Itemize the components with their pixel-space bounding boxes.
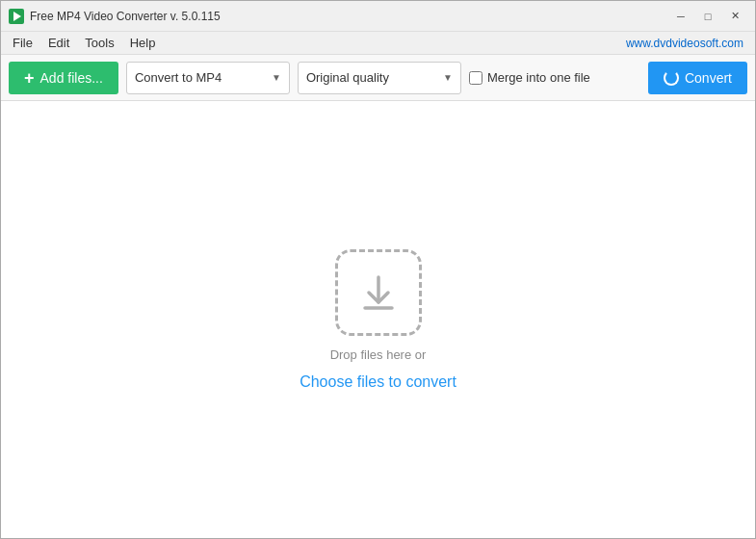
plus-icon: + xyxy=(24,69,35,87)
quality-dropdown-arrow: ▼ xyxy=(443,72,453,83)
format-dropdown[interactable]: Convert to MP4 ▼ xyxy=(126,62,290,94)
merge-checkbox[interactable] xyxy=(469,71,482,85)
minimize-button[interactable]: ─ xyxy=(668,7,693,26)
convert-label: Convert xyxy=(685,70,732,86)
maximize-button[interactable]: □ xyxy=(695,7,720,26)
merge-section: Merge into one file xyxy=(469,70,590,85)
titlebar: Free MP4 Video Converter v. 5.0.115 ─ □ … xyxy=(1,1,755,32)
format-selected: Convert to MP4 xyxy=(135,70,268,85)
drop-text: Drop files here or xyxy=(330,347,427,362)
add-files-button[interactable]: + Add files... xyxy=(9,62,118,94)
svg-marker-0 xyxy=(13,12,21,21)
menu-tools[interactable]: Tools xyxy=(77,34,121,52)
format-dropdown-arrow: ▼ xyxy=(272,72,281,83)
quality-selected: Original quality xyxy=(306,70,439,85)
menu-file[interactable]: File xyxy=(5,34,40,52)
quality-dropdown[interactable]: Original quality ▼ xyxy=(298,62,461,94)
choose-files-link[interactable]: Choose files to convert xyxy=(300,373,456,391)
window-title: Free MP4 Video Converter v. 5.0.115 xyxy=(30,10,668,23)
toolbar: + Add files... Convert to MP4 ▼ Original… xyxy=(1,55,755,101)
main-window: Free MP4 Video Converter v. 5.0.115 ─ □ … xyxy=(0,0,756,539)
close-button[interactable]: ✕ xyxy=(722,7,747,26)
website-link[interactable]: www.dvdvideosoft.com xyxy=(618,35,751,52)
drop-zone-icon xyxy=(335,249,422,336)
app-icon xyxy=(9,9,24,24)
menu-help[interactable]: Help xyxy=(122,34,164,52)
convert-icon xyxy=(664,70,679,86)
add-files-label: Add files... xyxy=(40,70,103,86)
convert-button[interactable]: Convert xyxy=(648,62,747,94)
merge-label: Merge into one file xyxy=(487,70,590,85)
window-controls: ─ □ ✕ xyxy=(668,7,747,26)
menu-edit[interactable]: Edit xyxy=(40,34,77,52)
menubar: File Edit Tools Help www.dvdvideosoft.co… xyxy=(1,32,755,55)
main-content: Drop files here or Choose files to conve… xyxy=(1,101,755,538)
